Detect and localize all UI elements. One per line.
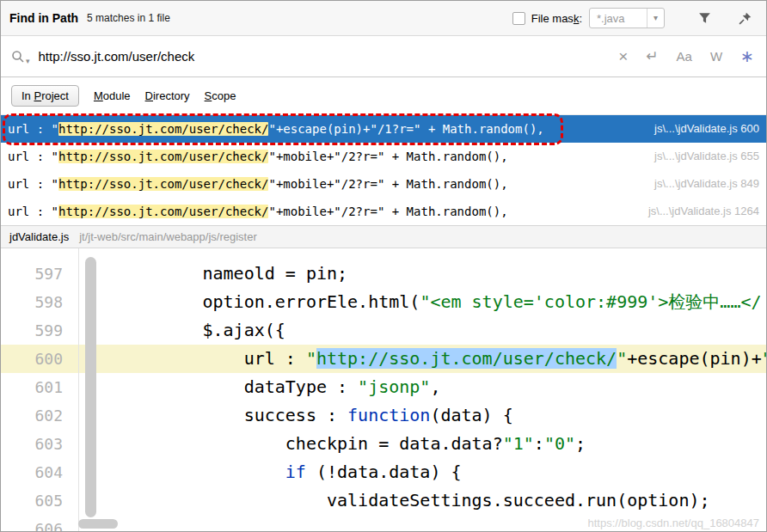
code-segment: , bbox=[430, 376, 440, 397]
code-segment: if bbox=[285, 462, 306, 482]
editor-vertical-scrollbar[interactable] bbox=[85, 257, 96, 517]
editor-horizontal-scrollbar[interactable] bbox=[78, 519, 118, 529]
code-segment: (data) { bbox=[430, 405, 512, 425]
newline-icon[interactable]: ↵ bbox=[646, 47, 658, 65]
clear-search-icon[interactable]: × bbox=[618, 48, 628, 64]
result-text: url : "http://sso.jt.com/user/check/"+mo… bbox=[8, 177, 508, 191]
whole-words-toggle[interactable]: W bbox=[710, 49, 722, 64]
code-text: url : "http://sso.jt.com/user/check/"+es… bbox=[78, 345, 766, 373]
code-text: checkpin = data.data?"1":"0"; bbox=[78, 430, 586, 458]
code-line[interactable] bbox=[1, 248, 766, 260]
scope-tabs: In ProjectModuleDirectoryScope bbox=[1, 77, 766, 114]
file-mask-checkbox[interactable] bbox=[512, 12, 525, 25]
file-mask-value: *.java bbox=[590, 12, 647, 25]
code-line[interactable]: 603 checkpin = data.data?"1":"0"; bbox=[1, 430, 766, 458]
gutter-divider bbox=[78, 248, 79, 531]
code-segment: dataType : bbox=[244, 376, 358, 397]
result-match-highlight: http://sso.jt.com/user/check/ bbox=[58, 122, 268, 136]
result-location: js\...\jdValidate.js 849 bbox=[654, 170, 759, 198]
watermark: https://blog.csdn.net/qq_16804847 bbox=[588, 517, 760, 529]
file-mask-label: File mask: bbox=[531, 12, 582, 25]
search-icon[interactable] bbox=[11, 50, 25, 64]
result-text: url : "http://sso.jt.com/user/check/"+es… bbox=[8, 122, 544, 136]
code-preview: 597 nameold = pin;598 option.errorEle.ht… bbox=[1, 248, 766, 531]
preview-file-name: jdValidate.js bbox=[9, 230, 69, 243]
result-prefix: url : " bbox=[8, 205, 58, 218]
tab-label-post: odule bbox=[103, 89, 131, 102]
result-row[interactable]: url : "http://sso.jt.com/user/check/"+mo… bbox=[1, 198, 766, 225]
tab-label-mnemonic: S bbox=[205, 89, 212, 102]
result-prefix: url : " bbox=[8, 177, 58, 191]
code-segment: ; bbox=[575, 433, 586, 454]
tab-label-post: roject bbox=[41, 89, 69, 102]
result-suffix: "+mobile+"/2?r=" + Math.random(), bbox=[268, 150, 507, 163]
preview-file-path: jt/jt-web/src/main/webapp/js/register bbox=[79, 230, 257, 243]
result-text: url : "http://sso.jt.com/user/check/"+mo… bbox=[8, 150, 508, 163]
tab-label-pre: In bbox=[21, 89, 34, 102]
code-selection: http://sso.jt.com/user/check/ bbox=[316, 348, 617, 369]
code-line[interactable]: 605 validateSettings.succeed.run(option)… bbox=[1, 486, 766, 515]
result-row[interactable]: url : "http://sso.jt.com/user/check/"+mo… bbox=[1, 143, 766, 170]
code-text: success : function(data) { bbox=[78, 401, 513, 430]
line-number: 605 bbox=[1, 486, 78, 515]
tab-label-post: irectory bbox=[153, 89, 190, 102]
code-line[interactable]: 597 nameold = pin; bbox=[1, 260, 766, 288]
code-text: dataType : "jsonp", bbox=[78, 373, 440, 401]
code-segment: validateSettings.succeed.run(option); bbox=[327, 490, 710, 511]
scope-tab[interactable]: Directory bbox=[145, 89, 190, 102]
code-segment: function bbox=[347, 405, 430, 425]
code-segment: option.errorEle.html( bbox=[203, 291, 420, 312]
code-segment: "1" bbox=[503, 433, 534, 454]
result-suffix: "+escape(pin)+"/1?r=" + Math.random(), bbox=[268, 122, 543, 136]
result-row[interactable]: url : "http://sso.jt.com/user/check/"+mo… bbox=[1, 170, 766, 198]
line-number: 598 bbox=[1, 288, 78, 316]
match-case-toggle[interactable]: Aa bbox=[677, 49, 692, 64]
code-segment: success : bbox=[244, 405, 347, 425]
code-segment: url : bbox=[244, 348, 306, 369]
code-text: nameold = pin; bbox=[78, 260, 347, 288]
search-history-chevron-icon[interactable]: ▾ bbox=[26, 57, 30, 65]
code-segment: "0" bbox=[544, 433, 575, 454]
code-line[interactable]: 599 $.ajax({ bbox=[1, 316, 766, 345]
result-match-highlight: http://sso.jt.com/user/check/ bbox=[58, 205, 268, 218]
code-segment: "<em style='color:#999'>检验中……</ bbox=[420, 291, 761, 312]
result-row[interactable]: url : "http://sso.jt.com/user/check/"+es… bbox=[1, 115, 766, 143]
results-panel: url : "http://sso.jt.com/user/check/"+es… bbox=[1, 114, 766, 225]
code-line[interactable]: 600 url : "http://sso.jt.com/user/check/… bbox=[1, 345, 766, 373]
result-location: js\...\jdValidate.js 655 bbox=[654, 143, 759, 170]
result-match-highlight: http://sso.jt.com/user/check/ bbox=[58, 150, 268, 163]
result-rows: url : "http://sso.jt.com/user/check/"+es… bbox=[1, 115, 766, 225]
line-number: 599 bbox=[1, 316, 78, 345]
file-mask-combo[interactable]: *.java ▾ bbox=[589, 8, 665, 28]
search-input[interactable]: http://sso.jt.com/user/check bbox=[39, 49, 195, 64]
code-text: option.errorEle.html("<em style='color:#… bbox=[78, 288, 762, 316]
code-text: validateSettings.succeed.run(option); bbox=[78, 486, 710, 515]
code-text: if (!data.data) { bbox=[78, 458, 462, 486]
filter-icon[interactable] bbox=[697, 11, 712, 26]
scope-tab[interactable]: Module bbox=[94, 89, 131, 102]
line-number: 597 bbox=[1, 260, 78, 288]
code-line[interactable]: 604 if (!data.data) { bbox=[1, 458, 766, 486]
regex-toggle[interactable]: ∗ bbox=[740, 46, 754, 66]
chevron-down-icon[interactable]: ▾ bbox=[647, 9, 664, 28]
code-line[interactable]: 598 option.errorEle.html("<em style='col… bbox=[1, 288, 766, 316]
match-summary: 5 matches in 1 file bbox=[87, 12, 170, 24]
result-location: js\...\jdValidate.js 600 bbox=[654, 115, 759, 143]
line-number: 604 bbox=[1, 458, 78, 486]
pin-icon[interactable] bbox=[738, 11, 752, 26]
tab-label-mnemonic: P bbox=[34, 89, 41, 102]
scope-tab[interactable]: In Project bbox=[11, 85, 79, 107]
line-number: 603 bbox=[1, 430, 78, 458]
code-text: $.ajax({ bbox=[78, 316, 285, 345]
preview-file-bar: jdValidate.js jt/jt-web/src/main/webapp/… bbox=[1, 225, 766, 248]
result-prefix: url : " bbox=[8, 150, 58, 163]
code-segment: " bbox=[306, 348, 316, 369]
code-segment: : bbox=[534, 433, 544, 454]
line-number: 600 bbox=[1, 345, 78, 373]
code-line[interactable]: 601 dataType : "jsonp", bbox=[1, 373, 766, 401]
find-in-path-window: Find in Path 5 matches in 1 file File ma… bbox=[0, 0, 767, 532]
code-segment: (!data.data) { bbox=[306, 462, 462, 482]
line-number bbox=[1, 248, 78, 260]
scope-tab[interactable]: Scope bbox=[205, 89, 236, 102]
code-line[interactable]: 602 success : function(data) { bbox=[1, 401, 766, 430]
